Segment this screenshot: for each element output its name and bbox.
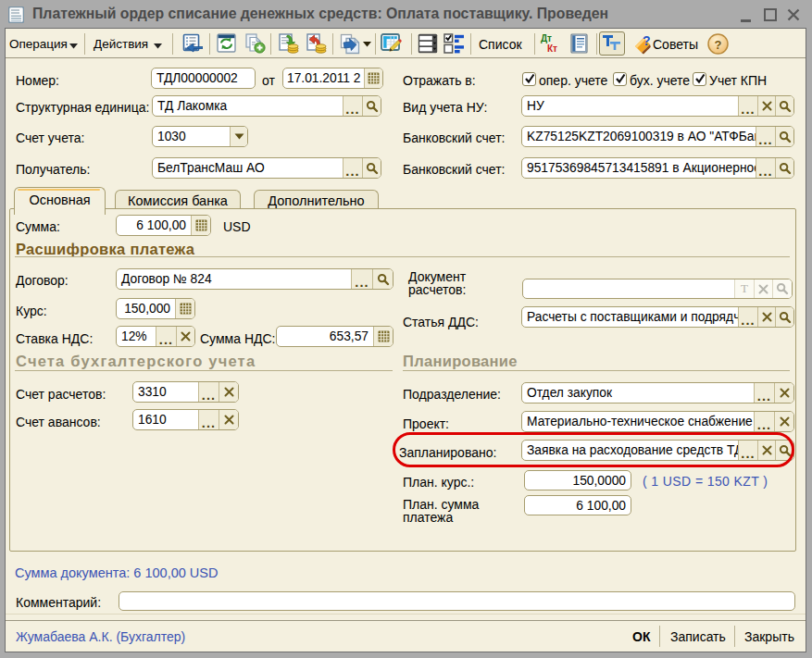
svg-text:?: ? bbox=[643, 33, 651, 48]
svg-text:?: ? bbox=[715, 38, 722, 52]
